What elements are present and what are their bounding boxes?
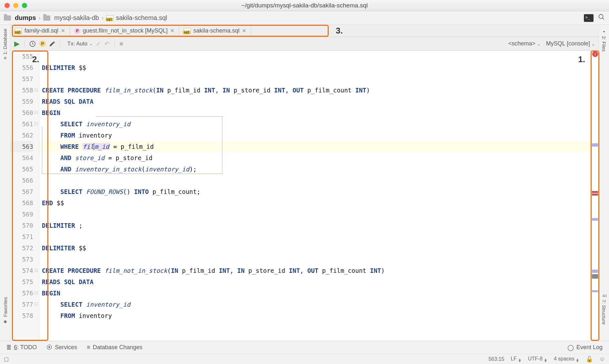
code-line[interactable]: BEGIN <box>39 287 591 299</box>
gutter-line-number[interactable]: 558 <box>10 84 33 96</box>
code-line[interactable]: DELIMITER ; <box>39 220 591 231</box>
tool-windows-icon[interactable]: ▢ <box>4 356 9 362</box>
code-line[interactable]: READS SQL DATA <box>39 96 591 107</box>
gutter-line-number[interactable]: 556 <box>10 62 33 73</box>
gutter-line-number[interactable]: 562 <box>10 129 33 141</box>
code-area[interactable]: DELIMITER $$ CREATE PROCEDURE film_in_st… <box>39 51 591 341</box>
gutter-line-number[interactable]: 573 <box>10 254 33 265</box>
close-icon[interactable]: ✕ <box>242 28 246 34</box>
fold-toggle-icon[interactable]: − <box>34 88 38 91</box>
dialect-selector[interactable]: MySQL [console] ⌄ <box>546 40 595 47</box>
gutter-line-number[interactable]: 561 <box>10 118 33 129</box>
code-line[interactable]: AND store_id = p_store_id <box>39 152 591 163</box>
code-line[interactable]: SELECT inventory_id <box>39 118 591 129</box>
procedure-badge-icon[interactable]: P <box>39 41 46 47</box>
stripe-mark[interactable] <box>592 218 598 221</box>
gutter-line-number[interactable]: 569 <box>10 208 33 220</box>
minimize-window-icon[interactable] <box>13 3 18 8</box>
gutter-line-number[interactable]: 563 <box>10 141 33 152</box>
editor-tab[interactable]: family-ddl.sql ✕ <box>10 25 70 37</box>
code-line[interactable]: AND inventory_in_stock(inventory_id); <box>39 163 591 175</box>
stripe-mark[interactable] <box>592 143 598 147</box>
code-line[interactable]: READS SQL DATA <box>39 276 591 287</box>
gutter-line-number[interactable]: 557 <box>10 73 33 84</box>
terminal-icon[interactable] <box>584 14 594 22</box>
tool-window-event-log[interactable]: ◯ Event Log <box>567 344 603 351</box>
breadcrumb[interactable]: dumps › mysql-sakila-db › sakila-schema.… <box>4 14 167 22</box>
gutter-line-number[interactable]: 559 <box>10 96 33 107</box>
stripe-mark[interactable] <box>592 270 598 273</box>
close-icon[interactable]: ✕ <box>61 28 65 34</box>
error-stripe[interactable]: ! <box>591 51 599 341</box>
zoom-window-icon[interactable] <box>22 3 27 8</box>
gutter-line-number[interactable]: 574 <box>10 265 33 276</box>
lock-icon[interactable]: 🔓 <box>586 356 593 363</box>
code-line[interactable]: SELECT FOUND_ROWS() INTO p_film_count; <box>39 186 591 197</box>
search-icon[interactable] <box>598 14 605 22</box>
code-line[interactable] <box>39 73 591 84</box>
rollback-icon[interactable]: ↶ <box>104 40 110 48</box>
gutter-line-number[interactable]: 577 <box>10 299 33 310</box>
fold-toggle-icon[interactable]: − <box>34 291 38 294</box>
fold-toggle-icon[interactable]: − <box>34 269 38 272</box>
breadcrumb-item[interactable]: mysql-sakila-db <box>54 14 99 22</box>
fold-toggle-icon[interactable]: − <box>34 111 38 114</box>
stripe-mark[interactable] <box>592 274 598 279</box>
tool-window-services[interactable]: ⦿ Services <box>46 344 77 351</box>
run-button[interactable]: ▶ <box>14 40 20 48</box>
code-line[interactable] <box>39 51 591 62</box>
editor-tab[interactable]: sakila-schema.sql ✕ <box>179 25 251 37</box>
gutter-line-number[interactable]: 572 <box>10 242 33 254</box>
code-line[interactable]: DELIMITER $$ <box>39 62 591 73</box>
gutter-line-number[interactable]: 576 <box>10 287 33 299</box>
gutter-line-number[interactable]: 571 <box>10 231 33 242</box>
gutter-line-number[interactable]: 565 <box>10 163 33 175</box>
gutter-line-number[interactable]: 578 <box>10 310 33 321</box>
code-line[interactable]: CREATE PROCEDURE film_in_stock(IN p_film… <box>39 84 591 96</box>
gutter-line-number[interactable]: 564 <box>10 152 33 163</box>
editor-tab[interactable]: P guest.film_not_in_stock [MySQL] ✕ <box>70 25 179 37</box>
indent-selector[interactable]: 4 spaces▲▼ <box>554 356 579 362</box>
tool-window-db-changes[interactable]: ≡ Database Changes <box>87 344 142 351</box>
close-icon[interactable]: ✕ <box>170 28 174 34</box>
gutter-line-number[interactable]: 570 <box>10 220 33 231</box>
error-indicator-icon[interactable]: ! <box>592 51 598 57</box>
breadcrumb-item[interactable]: dumps <box>15 14 36 22</box>
fold-toggle-icon[interactable]: − <box>34 302 38 306</box>
gutter[interactable]: 5555565575585595605615625635645655665675… <box>10 51 39 341</box>
stripe-mark[interactable] <box>592 191 598 193</box>
code-line[interactable]: FROM inventory <box>39 310 591 321</box>
stop-icon[interactable]: ■ <box>119 40 123 47</box>
gutter-line-number[interactable]: 555 <box>10 51 33 62</box>
code-line[interactable] <box>39 208 591 220</box>
gutter-line-number[interactable]: 560 <box>10 107 33 118</box>
code-line[interactable]: SELECT inventory_id <box>39 299 591 310</box>
tool-window-files[interactable]: ▪ 2: Files <box>601 29 607 52</box>
tool-window-todo[interactable]: ≣ 6: TODO <box>6 344 37 351</box>
code-line[interactable]: FROM inventory <box>39 129 591 141</box>
stripe-mark[interactable] <box>592 194 598 196</box>
tool-window-structure[interactable]: ⠿ 7: Structure <box>601 294 607 325</box>
encoding-selector[interactable]: UTF-8▲▼ <box>528 356 547 362</box>
code-line[interactable]: CREATE PROCEDURE film_not_in_stock(IN p_… <box>39 265 591 276</box>
caret-position[interactable]: 563:15 <box>488 356 504 362</box>
tool-window-database[interactable]: ≡ 1: Database <box>2 29 8 60</box>
code-line[interactable] <box>39 231 591 242</box>
code-line[interactable] <box>39 254 591 265</box>
code-line[interactable]: WHERE film_id = p_film_id <box>39 141 591 152</box>
gutter-line-number[interactable]: 575 <box>10 276 33 287</box>
commit-icon[interactable]: ✓ <box>96 40 101 48</box>
line-ending-selector[interactable]: LF▲▼ <box>511 356 522 362</box>
tool-window-favorites[interactable]: ★ Favorites <box>2 297 8 325</box>
close-window-icon[interactable] <box>5 3 10 8</box>
stripe-mark[interactable] <box>592 290 598 292</box>
settings-icon[interactable] <box>49 41 55 47</box>
gutter-line-number[interactable]: 566 <box>10 175 33 186</box>
tx-mode-selector[interactable]: Tx: Auto ⌄ <box>67 41 92 47</box>
gutter-line-number[interactable]: 567 <box>10 186 33 197</box>
breadcrumb-item[interactable]: sakila-schema.sql <box>116 14 167 22</box>
code-line[interactable]: BEGIN <box>39 107 591 118</box>
code-line[interactable]: DELIMITER $$ <box>39 242 591 254</box>
editor[interactable]: 5555565575585595605615625635645655665675… <box>10 51 599 341</box>
schema-selector[interactable]: <schema> ⌄ <box>508 40 540 47</box>
